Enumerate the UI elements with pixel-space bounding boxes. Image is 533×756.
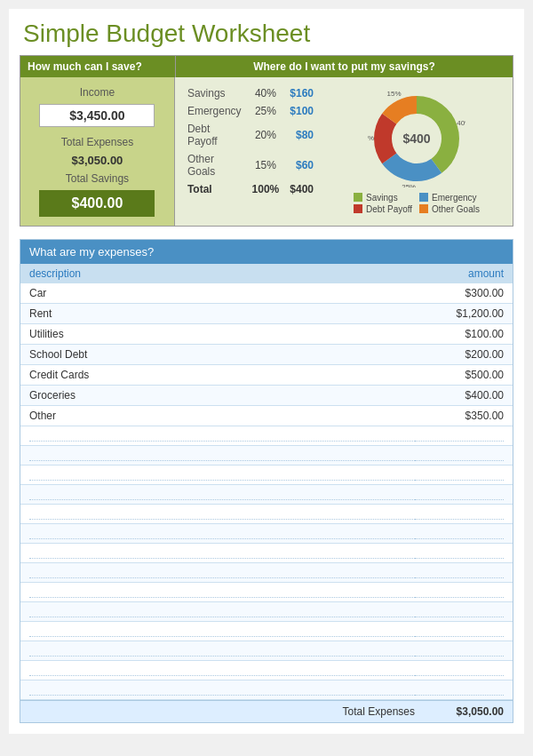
savings-pct: 20% (247, 120, 285, 150)
expense-desc[interactable]: School Debt (29, 348, 415, 361)
income-value[interactable]: $3,450.00 (39, 104, 155, 127)
empty-row[interactable] (20, 680, 513, 700)
expense-amt[interactable]: $200.00 (415, 348, 504, 361)
svg-text:40%: 40% (457, 118, 465, 126)
legend-item: Debt Payoff (354, 204, 414, 214)
savings-amt: $60 (284, 150, 319, 180)
legend-label: Debt Payoff (366, 204, 412, 214)
table-row: Other $350.00 (20, 406, 513, 426)
empty-amt-cell[interactable] (415, 586, 504, 598)
empty-amt-cell[interactable] (415, 625, 504, 637)
empty-row[interactable] (20, 622, 513, 641)
empty-row[interactable] (20, 505, 513, 524)
savings-row: Debt Payoff 20% $80 (182, 120, 319, 150)
expense-desc[interactable]: Credit Cards (29, 369, 415, 381)
empty-row[interactable] (20, 602, 513, 622)
empty-desc-cell[interactable] (29, 664, 415, 676)
empty-row[interactable] (20, 426, 513, 446)
empty-desc-cell[interactable] (29, 450, 415, 461)
donut-segment (382, 153, 442, 181)
expense-amt[interactable]: $500.00 (415, 369, 504, 381)
header-right: Where do I want to put my savings? (176, 56, 513, 77)
expense-amt[interactable]: $300.00 (415, 287, 504, 299)
empty-amt-cell[interactable] (415, 684, 504, 696)
page-title: Simple Budget Worksheet (20, 20, 513, 48)
chart-legend: Savings Emergency Debt Payoff Other Goal… (354, 193, 480, 214)
empty-amt-cell[interactable] (415, 567, 504, 578)
empty-desc-cell[interactable] (29, 469, 415, 481)
savings-amt: $80 (284, 120, 319, 150)
savings-row: Emergency 25% $100 (182, 102, 319, 120)
total-expenses-label: Total Expenses (61, 136, 133, 148)
expense-desc[interactable]: Other (29, 410, 415, 422)
empty-desc-cell[interactable] (29, 528, 415, 539)
total-footer: Total Expenses $3,050.00 (20, 700, 513, 722)
empty-row[interactable] (20, 466, 513, 485)
empty-desc-cell[interactable] (29, 645, 415, 657)
empty-desc-cell[interactable] (29, 430, 415, 442)
expense-desc[interactable]: Rent (29, 307, 415, 320)
empty-row[interactable] (20, 563, 513, 583)
left-panel: Income $3,450.00 Total Expenses $3,050.0… (20, 77, 175, 226)
empty-rows (20, 426, 513, 700)
expense-amt[interactable]: $350.00 (415, 410, 504, 422)
expense-amt[interactable]: $1,200.00 (415, 307, 504, 320)
svg-text:25%: 25% (402, 183, 416, 187)
empty-amt-cell[interactable] (415, 547, 504, 559)
empty-desc-cell[interactable] (29, 567, 415, 578)
savings-amt: $160 (284, 84, 319, 102)
savings-pct: 15% (247, 150, 285, 180)
empty-desc-cell[interactable] (29, 625, 415, 637)
empty-row[interactable] (20, 524, 513, 544)
right-panel: Savings 40% $160 Emergency 25% $100 Debt… (175, 77, 513, 226)
table-row: Rent $1,200.00 (20, 304, 513, 324)
empty-amt-cell[interactable] (415, 664, 504, 676)
savings-pct: 40% (247, 84, 285, 102)
legend-label: Savings (366, 193, 398, 203)
empty-desc-cell[interactable] (29, 606, 415, 617)
savings-category: Debt Payoff (182, 120, 247, 150)
legend-dot (419, 204, 428, 213)
total-savings-value: $400.00 (39, 190, 155, 217)
empty-desc-cell[interactable] (29, 547, 415, 559)
empty-desc-cell[interactable] (29, 586, 415, 598)
total-savings-label: Total Savings (66, 172, 129, 185)
expense-desc[interactable]: Car (29, 287, 415, 299)
empty-row[interactable] (20, 544, 513, 563)
empty-row[interactable] (20, 641, 513, 661)
savings-pct: 100% (247, 180, 285, 198)
empty-amt-cell[interactable] (415, 508, 504, 520)
empty-amt-cell[interactable] (415, 469, 504, 481)
empty-row[interactable] (20, 661, 513, 680)
table-row: School Debt $200.00 (20, 345, 513, 365)
savings-category: Other Goals (182, 150, 247, 180)
donut-center-label: $400 (402, 131, 430, 146)
savings-category: Emergency (182, 102, 247, 120)
empty-row[interactable] (20, 583, 513, 602)
expense-amt[interactable]: $100.00 (415, 328, 504, 340)
legend-item: Other Goals (419, 204, 480, 214)
svg-text:20%: 20% (368, 134, 374, 142)
chart-area: 40%25%20%15% $400 Savings Emergency Debt… (328, 84, 505, 219)
empty-row[interactable] (20, 485, 513, 505)
empty-amt-cell[interactable] (415, 645, 504, 657)
table-row: Utilities $100.00 (20, 324, 513, 345)
legend-dot (354, 193, 362, 202)
empty-amt-cell[interactable] (415, 450, 504, 461)
empty-desc-cell[interactable] (29, 508, 415, 520)
empty-amt-cell[interactable] (415, 489, 504, 500)
expense-amt[interactable]: $400.00 (415, 389, 504, 402)
savings-category: Total (182, 180, 247, 198)
savings-amt: $100 (284, 102, 319, 120)
table-row: Car $300.00 (20, 283, 513, 304)
empty-row[interactable] (20, 446, 513, 466)
empty-desc-cell[interactable] (29, 684, 415, 696)
footer-total-value: $3,050.00 (433, 705, 504, 718)
empty-amt-cell[interactable] (415, 528, 504, 539)
legend-item: Emergency (419, 193, 480, 203)
empty-desc-cell[interactable] (29, 489, 415, 500)
expense-desc[interactable]: Utilities (29, 328, 415, 340)
empty-amt-cell[interactable] (415, 430, 504, 442)
expense-desc[interactable]: Groceries (29, 389, 415, 402)
empty-amt-cell[interactable] (415, 606, 504, 617)
